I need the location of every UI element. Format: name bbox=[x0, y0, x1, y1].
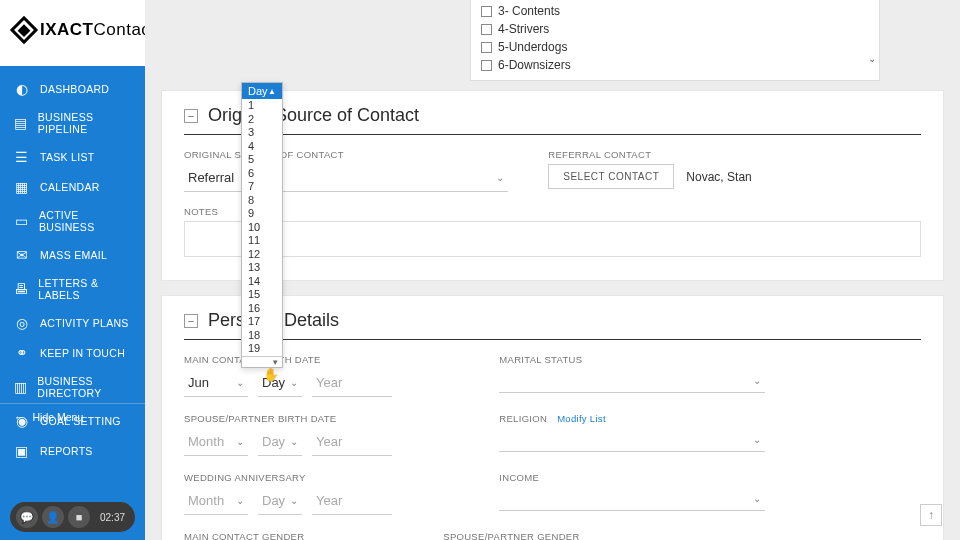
sidebar-label: CALENDAR bbox=[40, 181, 100, 193]
month-select[interactable]: Jun⌄ bbox=[184, 369, 248, 397]
chevron-down-icon: ⌄ bbox=[753, 493, 761, 504]
sidebar-item-calendar[interactable]: ▦CALENDAR bbox=[0, 172, 145, 202]
chevron-down-icon[interactable]: ⌄ bbox=[867, 53, 877, 63]
control-user-icon[interactable]: 👤 bbox=[42, 506, 64, 528]
scroll-to-top-button[interactable]: ↑ bbox=[920, 504, 942, 526]
original-source-select[interactable]: Referral ⌄ bbox=[184, 164, 508, 192]
dropdown-option[interactable]: 17 bbox=[242, 315, 282, 329]
checkbox-icon[interactable] bbox=[481, 6, 492, 17]
sidebar-item-tasks[interactable]: ☰TASK LIST bbox=[0, 142, 145, 172]
sidebar-item-activity[interactable]: ◎ACTIVITY PLANS bbox=[0, 308, 145, 338]
religion-select[interactable]: ⌄ bbox=[499, 428, 764, 452]
notes-textarea[interactable] bbox=[184, 221, 921, 257]
dropdown-list: 1 2 3 4 5 6 7 8 9 10 11 12 13 14 15 16 1… bbox=[242, 99, 282, 356]
people-icon: ⚭ bbox=[14, 345, 30, 361]
recording-controls: 💬 👤 ■ 02:37 bbox=[10, 502, 135, 532]
dropdown-option[interactable]: 16 bbox=[242, 302, 282, 316]
month-select[interactable]: Month⌄ bbox=[184, 428, 248, 456]
field-label: NOTES bbox=[184, 206, 921, 217]
dropdown-option[interactable]: 4 bbox=[242, 140, 282, 154]
sidebar-item-reports[interactable]: ▣REPORTS bbox=[0, 436, 145, 466]
sidebar-label: BUSINESS PIPELINE bbox=[38, 111, 131, 135]
marital-select[interactable]: ⌄ bbox=[499, 369, 764, 393]
directory-icon: ▥ bbox=[14, 379, 27, 395]
sidebar-item-pipeline[interactable]: ▤BUSINESS PIPELINE bbox=[0, 104, 145, 142]
brand-logo[interactable]: IXACTContact® bbox=[14, 20, 163, 40]
checklist-row[interactable]: 3- Contents bbox=[481, 2, 869, 20]
dropdown-option[interactable]: 18 bbox=[242, 329, 282, 343]
month-select[interactable]: Month⌄ bbox=[184, 487, 248, 515]
checklist-row[interactable]: 4-Strivers bbox=[481, 20, 869, 38]
field-label: WEDDING ANNIVERSARY bbox=[184, 472, 449, 483]
field-label: RELIGIONModify List bbox=[499, 413, 764, 424]
checkbox-icon[interactable] bbox=[481, 60, 492, 71]
dropdown-option[interactable]: 7 bbox=[242, 180, 282, 194]
chevron-down-icon: ⌄ bbox=[290, 495, 298, 506]
sidebar-item-letters[interactable]: 🖶LETTERS & LABELS bbox=[0, 270, 145, 308]
sidebar-label: DASHBOARD bbox=[40, 83, 109, 95]
list-icon: ☰ bbox=[14, 149, 30, 165]
select-placeholder: Year bbox=[316, 375, 342, 390]
collapse-toggle[interactable]: − bbox=[184, 109, 198, 123]
select-value: Referral bbox=[188, 170, 234, 185]
dropdown-option[interactable]: 14 bbox=[242, 275, 282, 289]
sidebar-item-directory[interactable]: ▥BUSINESS DIRECTORY bbox=[0, 368, 145, 406]
arrow-left-icon: ← bbox=[14, 411, 25, 423]
sidebar-item-dashboard[interactable]: ◐DASHBOARD bbox=[0, 74, 145, 104]
income-select[interactable]: ⌄ bbox=[499, 487, 764, 511]
dropdown-option[interactable]: 2 bbox=[242, 113, 282, 127]
dropdown-scroll-down[interactable]: ▾ bbox=[242, 356, 282, 367]
dropdown-option[interactable]: 19 bbox=[242, 342, 282, 356]
year-select[interactable]: Year bbox=[312, 487, 392, 515]
dropdown-option[interactable]: 5 bbox=[242, 153, 282, 167]
dropdown-option[interactable]: 3 bbox=[242, 126, 282, 140]
day-select[interactable]: Day⌄ bbox=[258, 487, 302, 515]
control-stop-icon[interactable]: ■ bbox=[68, 506, 90, 528]
year-select[interactable]: Year bbox=[312, 428, 392, 456]
chevron-up-icon: ▲ bbox=[268, 87, 276, 96]
day-select[interactable]: Day⌄ bbox=[258, 428, 302, 456]
select-value: Jun bbox=[188, 375, 209, 390]
sidebar: ◐DASHBOARD ▤BUSINESS PIPELINE ☰TASK LIST… bbox=[0, 66, 145, 540]
collapse-toggle[interactable]: − bbox=[184, 314, 198, 328]
dropdown-header[interactable]: Day▲ bbox=[242, 83, 282, 99]
checklist-label: 3- Contents bbox=[498, 4, 560, 18]
hide-menu-button[interactable]: ←Hide Menu bbox=[0, 403, 145, 430]
select-placeholder: Month bbox=[188, 493, 224, 508]
field-label: MAIN CONTACT GENDER bbox=[184, 531, 323, 540]
sidebar-item-mass[interactable]: ✉MASS EMAIL bbox=[0, 240, 145, 270]
envelope-icon: ✉ bbox=[14, 247, 30, 263]
gauge-icon: ◐ bbox=[14, 81, 30, 97]
dropdown-option[interactable]: 12 bbox=[242, 248, 282, 262]
day-select[interactable]: Day⌄ bbox=[258, 369, 302, 397]
dropdown-option[interactable]: 13 bbox=[242, 261, 282, 275]
dropdown-option[interactable]: 10 bbox=[242, 221, 282, 235]
chevron-down-icon: ⌄ bbox=[236, 436, 244, 447]
hide-menu-label: Hide Menu bbox=[33, 411, 84, 423]
sidebar-item-keep[interactable]: ⚭KEEP IN TOUCH bbox=[0, 338, 145, 368]
field-label: MARITAL STATUS bbox=[499, 354, 764, 365]
field-label: ORIGINAL SOURCE OF CONTACT bbox=[184, 149, 508, 160]
briefcase-icon: ▭ bbox=[14, 213, 29, 229]
select-contact-button[interactable]: SELECT CONTACT bbox=[548, 164, 674, 189]
dropdown-header-label: Day bbox=[248, 85, 268, 97]
recording-timer: 02:37 bbox=[100, 512, 125, 523]
target-icon: ◎ bbox=[14, 315, 30, 331]
dropdown-option[interactable]: 11 bbox=[242, 234, 282, 248]
checkbox-icon[interactable] bbox=[481, 24, 492, 35]
dropdown-option[interactable]: 9 bbox=[242, 207, 282, 221]
dropdown-option[interactable]: 1 bbox=[242, 99, 282, 113]
checkbox-icon[interactable] bbox=[481, 42, 492, 53]
year-select[interactable]: Year bbox=[312, 369, 392, 397]
selected-contact-name: Novac, Stan bbox=[686, 170, 751, 184]
dropdown-option[interactable]: 6 bbox=[242, 167, 282, 181]
day-dropdown-panel[interactable]: Day▲ 1 2 3 4 5 6 7 8 9 10 11 12 13 14 15… bbox=[241, 82, 283, 368]
dropdown-option[interactable]: 8 bbox=[242, 194, 282, 208]
control-chat-icon[interactable]: 💬 bbox=[16, 506, 38, 528]
sidebar-item-active[interactable]: ▭ACTIVE BUSINESS bbox=[0, 202, 145, 240]
checklist-row[interactable]: 5-Underdogs bbox=[481, 38, 869, 56]
checklist-label: 4-Strivers bbox=[498, 22, 549, 36]
checklist-row[interactable]: 6-Downsizers bbox=[481, 56, 869, 74]
dropdown-option[interactable]: 15 bbox=[242, 288, 282, 302]
modify-list-link[interactable]: Modify List bbox=[557, 413, 606, 424]
